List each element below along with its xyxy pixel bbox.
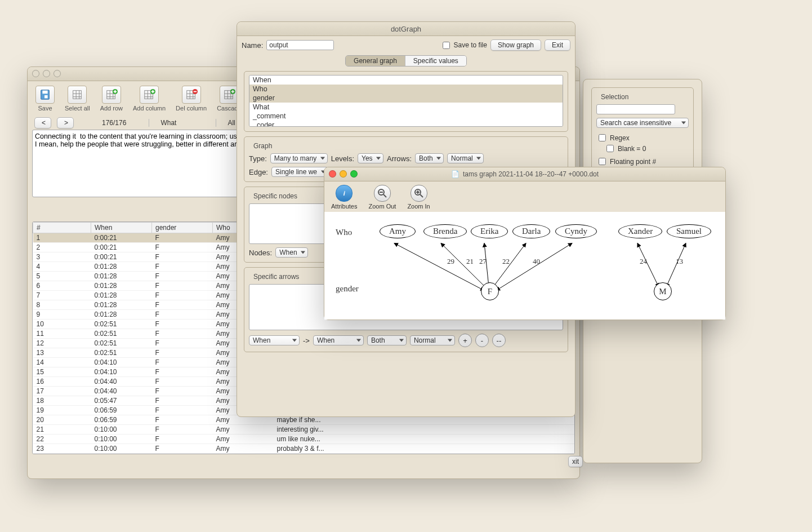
remove-all-arrows-button[interactable]: --: [492, 334, 506, 347]
style-select[interactable]: Normal: [447, 153, 484, 163]
table-row[interactable]: 210:10:00FAmyinteresting giv...: [33, 425, 574, 435]
arrows-select[interactable]: Both: [415, 153, 444, 163]
cell: 15: [33, 367, 91, 377]
arrow-to-select[interactable]: When: [313, 335, 364, 345]
edge-weight: 24: [640, 257, 647, 266]
cell: F: [152, 339, 213, 348]
list-item[interactable]: gender: [249, 94, 563, 103]
cell: um like nuke...: [274, 435, 574, 444]
cell: F: [152, 425, 213, 435]
remove-arrow-button[interactable]: -: [475, 334, 489, 347]
prev-button[interactable]: <: [34, 117, 51, 128]
cell: 21: [33, 425, 91, 435]
zoom-icon[interactable]: [53, 70, 61, 77]
cell: F: [152, 300, 213, 310]
minimize-icon[interactable]: [43, 70, 50, 77]
list-item[interactable]: Who: [249, 85, 563, 94]
svg-rect-2: [44, 95, 48, 99]
exit-peek[interactable]: xit: [568, 456, 583, 467]
tab-specific[interactable]: Specific values: [405, 56, 466, 66]
cell: 0:02:51: [91, 339, 152, 348]
minimize-icon[interactable]: [340, 170, 347, 178]
cell: 4: [33, 262, 91, 272]
edge-weight: 27: [479, 257, 487, 266]
cell: F: [152, 243, 213, 252]
list-item[interactable]: When: [249, 76, 563, 85]
exit-button[interactable]: Exit: [545, 39, 570, 51]
edge-select[interactable]: Single line we: [271, 167, 328, 177]
cell: 8: [33, 300, 91, 310]
list-item[interactable]: What: [249, 103, 563, 112]
graph-file-title: tams graph 2021-11-04 18--20--47 +0000.d…: [463, 170, 599, 178]
regex-checkbox[interactable]: Regex: [596, 132, 689, 143]
cell: 23: [33, 444, 91, 454]
cell: F: [152, 367, 213, 377]
cell: 0:01:28: [91, 291, 152, 300]
select-all-button[interactable]: Select all: [65, 86, 90, 112]
cell: 22: [33, 435, 91, 444]
svg-line-23: [496, 243, 572, 291]
zoom-in-button[interactable]: Zoom In: [407, 185, 430, 210]
cell: 0:01:28: [91, 300, 152, 310]
svg-rect-3: [73, 91, 82, 99]
col-num[interactable]: #: [33, 223, 91, 233]
svg-rect-1: [42, 91, 47, 94]
tab-general[interactable]: General graph: [346, 56, 405, 66]
arrow-sep: ->: [303, 336, 310, 345]
node-xander: Xander: [618, 224, 662, 238]
save-button[interactable]: Save: [35, 86, 55, 112]
cell: F: [152, 329, 213, 339]
add-column-button[interactable]: Add column: [133, 86, 166, 112]
cell: F: [152, 387, 213, 396]
float-checkbox[interactable]: Floating point #: [596, 156, 689, 167]
list-item[interactable]: _coder: [249, 121, 563, 127]
cell: 20: [33, 415, 91, 425]
cell: Amy: [213, 444, 274, 454]
close-icon[interactable]: [32, 70, 39, 77]
cell: 0:06:59: [91, 415, 152, 425]
table-row[interactable]: 230:10:00FAmyprobably 3 & f...: [33, 444, 574, 454]
col-gender[interactable]: gender: [152, 223, 213, 233]
list-item[interactable]: _comment: [249, 112, 563, 121]
arrow-from-select[interactable]: When: [249, 335, 300, 345]
name-input[interactable]: [266, 40, 334, 50]
cell: 0:00:21: [91, 243, 152, 252]
add-arrow-button[interactable]: +: [458, 334, 472, 347]
cell: 11: [33, 329, 91, 339]
del-column-button[interactable]: Del column: [176, 86, 207, 112]
attributes-button[interactable]: i Attributes: [331, 185, 357, 210]
nodes-select[interactable]: When: [275, 247, 308, 258]
attribute-list[interactable]: When Who gender What _comment _coder: [249, 75, 563, 127]
arrows-label: Arrows:: [387, 154, 412, 163]
save-to-file-checkbox[interactable]: Save to file: [440, 40, 487, 51]
cell: F: [152, 377, 213, 387]
next-button[interactable]: >: [57, 117, 74, 128]
levels-select[interactable]: Yes: [358, 153, 383, 163]
table-row[interactable]: 220:10:00FAmyum like nuke...: [33, 435, 574, 444]
cell: 0:01:28: [91, 281, 152, 291]
selection-search-input[interactable]: [596, 104, 675, 114]
cell: 0:01:28: [91, 262, 152, 272]
cell: 0:02:51: [91, 348, 152, 358]
close-icon[interactable]: [329, 170, 336, 178]
type-select[interactable]: Many to many: [270, 153, 328, 163]
cell: F: [152, 262, 213, 272]
arrow-style-select[interactable]: Normal: [410, 335, 455, 345]
col-when[interactable]: When: [91, 223, 152, 233]
cell: Amy: [213, 435, 274, 444]
arrow-dir-select[interactable]: Both: [367, 335, 407, 345]
search-mode-select[interactable]: Search case insensitive: [596, 118, 689, 128]
graph-toolbar: i Attributes Zoom Out Zoom In: [324, 181, 725, 212]
zoom-icon[interactable]: [350, 170, 358, 178]
cell: 3: [33, 252, 91, 262]
cell: F: [152, 358, 213, 367]
type-label: Type:: [249, 154, 267, 163]
cell: 14: [33, 358, 91, 367]
show-graph-button[interactable]: Show graph: [490, 39, 541, 51]
cell: 17: [33, 387, 91, 396]
zoom-out-button[interactable]: Zoom Out: [368, 185, 396, 210]
blank-checkbox[interactable]: Blank = 0: [604, 143, 646, 154]
graph-canvas[interactable]: Who gender Amy Brenda Erika Darla Cyndy …: [324, 212, 725, 320]
cell: 5: [33, 272, 91, 281]
add-row-button[interactable]: Add row: [100, 86, 123, 112]
